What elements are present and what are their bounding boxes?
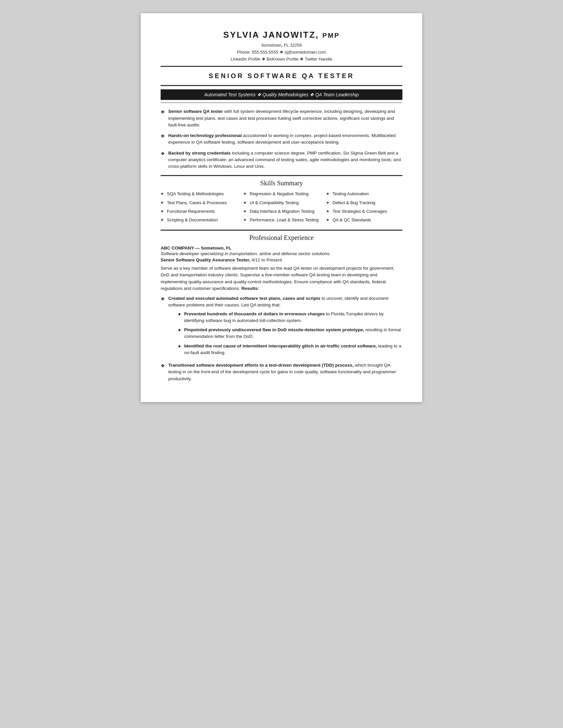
- sub-bullet-1-3: ◆ Identified the root cause of intermitt…: [178, 343, 402, 356]
- skill-text-11: Test Strategies & Coverages: [333, 208, 387, 214]
- sub-bullets-1: ◆ Prevented hundreds of thousands of dol…: [178, 311, 402, 356]
- skill-item-6: ❖ UI & Compatibility Testing: [243, 200, 320, 206]
- summary-bullet-3: ❖ Backed by strong credentials including…: [161, 150, 402, 170]
- name-text: SYLVIA JANOWITZ,: [223, 30, 319, 40]
- company-name: ABC COMPANY — Sometown, FL: [161, 246, 402, 250]
- sub-bullet-1-2: ◆ Pinpointed previously undiscovered fla…: [178, 327, 402, 340]
- exp-title-text: Professional Experience: [249, 234, 314, 241]
- skill-text-6: UI & Compatibility Testing: [250, 200, 299, 206]
- job-title-text: SENIOR SOFTWARE QA TESTER: [209, 72, 354, 79]
- company-tagline-text: Software developer specializing in trans…: [161, 251, 331, 256]
- exp-bullet-1-content: Created and executed automated software …: [168, 295, 402, 359]
- experience-section: Professional Experience ABC COMPANY — So…: [161, 234, 402, 382]
- job-description: Serve as a key member of software develo…: [161, 265, 402, 292]
- company-tagline: Software developer specializing in trans…: [161, 251, 402, 256]
- summary-section: ❖ Senior software QA tester with full sy…: [161, 108, 402, 170]
- results-label: Results:: [241, 286, 259, 291]
- skills-col-1: ❖ SQA Testing & Methodologies ❖ Test Pla…: [161, 191, 237, 226]
- skill-text-5: Regression & Negative Testing: [250, 191, 309, 197]
- skills-col-3: ❖ Testing Automation ❖ Defect & Bug Trac…: [326, 191, 402, 226]
- skills-grid: ❖ SQA Testing & Methodologies ❖ Test Pla…: [161, 191, 402, 226]
- skills-divider-top: [161, 175, 402, 176]
- job-title-line: Senior Software Quality Assurance Tester…: [161, 257, 402, 262]
- skill-text-2: Test Plans, Cases & Processes: [167, 200, 227, 206]
- skill-item-3: ❖ Functional Requirements: [161, 208, 237, 214]
- skill-diamond-1: ❖: [161, 192, 164, 196]
- skill-item-2: ❖ Test Plans, Cases & Processes: [161, 200, 237, 206]
- address-text: Sometown, FL 32256: [261, 43, 302, 48]
- skill-text-12: QA & QC Standards: [333, 217, 371, 223]
- skill-item-1: ❖ SQA Testing & Methodologies: [161, 191, 237, 197]
- sub-bullet-1-1-text: Prevented hundreds of thousands of dolla…: [184, 311, 402, 324]
- skill-item-5: ❖ Regression & Negative Testing: [243, 191, 320, 197]
- skill-diamond-7: ❖: [243, 209, 246, 214]
- phone-line: Phone: 555.555.5555 ❖ sj@somedomain.com: [161, 49, 402, 56]
- skill-item-12: ❖ QA & QC Standards: [326, 217, 402, 223]
- skills-title-text: Skills Summary: [260, 179, 303, 187]
- company-text: ABC COMPANY — Sometown, FL: [161, 246, 231, 250]
- skill-diamond-4: ❖: [161, 218, 164, 222]
- summary-divider-top: [161, 103, 402, 103]
- tagline-bar: Automated Test Systems ❖ Quality Methodo…: [161, 89, 402, 100]
- skill-diamond-2: ❖: [161, 201, 164, 205]
- sub-bold-1-1: Prevented hundreds of thousands of dolla…: [184, 311, 325, 316]
- header-section: SYLVIA JANOWITZ, PMP Sometown, FL 32256 …: [161, 30, 402, 63]
- exp-bullet-2-text: Transitioned software development effort…: [168, 362, 402, 382]
- summary-bold-3: Backed by strong credentials: [168, 151, 230, 156]
- job-title-bar: SENIOR SOFTWARE QA TESTER: [161, 70, 402, 82]
- exp-divider-top: [161, 230, 402, 231]
- sub-diamond-1-1: ◆: [178, 311, 181, 316]
- skills-col-2: ❖ Regression & Negative Testing ❖ UI & C…: [243, 191, 320, 226]
- skill-diamond-3: ❖: [161, 209, 164, 214]
- skill-text-7: Data Interface & Migration Testing: [250, 208, 315, 214]
- summary-bullet-1: ❖ Senior software QA tester with full sy…: [161, 108, 402, 128]
- exp-bullet-1: ❖ Created and executed automated softwar…: [161, 295, 402, 359]
- skill-item-9: ❖ Testing Automation: [326, 191, 402, 197]
- job-title-bold: Senior Software Quality Assurance Tester…: [161, 257, 250, 262]
- skill-item-4: ❖ Scripting & Documentation: [161, 217, 237, 223]
- summary-text-2: Hands-on technology professional accusto…: [168, 132, 402, 146]
- skill-diamond-9: ❖: [326, 192, 329, 196]
- credential-text: PMP: [323, 32, 340, 39]
- tagline-text: Automated Test Systems ❖ Quality Methodo…: [204, 92, 359, 97]
- skill-text-9: Testing Automation: [333, 191, 369, 197]
- skill-item-8: ❖ Performance, Load & Stress Testing: [243, 217, 320, 223]
- links-text: LinkedIn Profile ❖ BeKnown Profile ❖ Twi…: [230, 57, 332, 62]
- sub-diamond-1-3: ◆: [178, 343, 181, 348]
- skill-text-4: Scripting & Documentation: [167, 217, 218, 223]
- skills-section: Skills Summary ❖ SQA Testing & Methodolo…: [161, 179, 402, 226]
- skill-diamond-5: ❖: [243, 192, 246, 196]
- exp-bold-1: Created and executed automated software …: [168, 296, 320, 301]
- exp-diamond-1: ❖: [161, 296, 165, 302]
- address-line: Sometown, FL 32256: [161, 42, 402, 49]
- sub-bullet-1-2-text: Pinpointed previously undiscovered flaw …: [184, 327, 402, 340]
- sub-bold-1-2: Pinpointed previously undiscovered flaw …: [184, 327, 364, 332]
- candidate-name: SYLVIA JANOWITZ, PMP: [161, 30, 402, 40]
- phone-text: Phone: 555.555.5555 ❖ sj@somedomain.com: [237, 50, 326, 55]
- resume-page: SYLVIA JANOWITZ, PMP Sometown, FL 32256 …: [141, 13, 422, 402]
- diamond-icon-2: ❖: [161, 133, 165, 140]
- skill-item-10: ❖ Defect & Bug Tracking: [326, 200, 402, 206]
- skill-text-1: SQA Testing & Methodologies: [167, 191, 224, 197]
- sub-bullet-1-1: ◆ Prevented hundreds of thousands of dol…: [178, 311, 402, 324]
- job-desc-text: Serve as a key member of software develo…: [161, 266, 395, 291]
- links-line: LinkedIn Profile ❖ BeKnown Profile ❖ Twi…: [161, 56, 402, 63]
- sub-diamond-1-2: ◆: [178, 327, 181, 332]
- summary-text-3: Backed by strong credentials including a…: [168, 150, 402, 170]
- exp-title: Professional Experience: [161, 234, 402, 242]
- exp-bullet-2: ❖ Transitioned software development effo…: [161, 362, 402, 382]
- summary-text-1: Senior software QA tester with full syst…: [168, 108, 402, 128]
- skill-diamond-10: ❖: [326, 201, 329, 205]
- exp-bold-2: Transitioned software development effort…: [168, 363, 354, 368]
- exp-bullet-1-text: Created and executed automated software …: [168, 296, 389, 307]
- header-divider-bottom: [161, 85, 402, 86]
- summary-bold-1: Senior software QA tester: [168, 109, 223, 114]
- skill-item-11: ❖ Test Strategies & Coverages: [326, 208, 402, 214]
- header-divider-top: [161, 66, 402, 67]
- skills-title: Skills Summary: [161, 179, 402, 187]
- skill-diamond-11: ❖: [326, 209, 329, 214]
- skill-item-7: ❖ Data Interface & Migration Testing: [243, 208, 320, 214]
- diamond-icon-1: ❖: [161, 109, 165, 115]
- sub-bold-1-3: Identified the root cause of intermitten…: [184, 343, 377, 348]
- skill-text-3: Functional Requirements: [167, 208, 215, 214]
